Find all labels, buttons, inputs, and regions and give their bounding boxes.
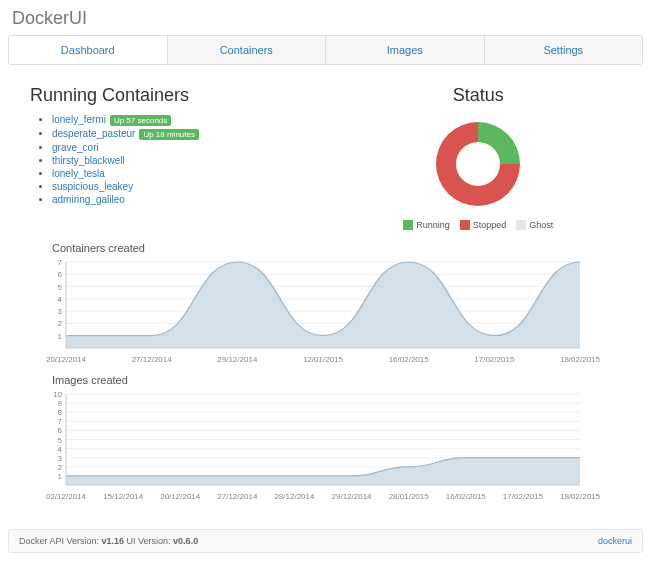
footer-link[interactable]: dockerui — [598, 536, 632, 546]
legend-label: Stopped — [473, 220, 507, 230]
svg-text:29/12/2014: 29/12/2014 — [332, 492, 373, 501]
svg-text:12/01/2015: 12/01/2015 — [303, 355, 344, 364]
svg-text:10: 10 — [53, 390, 62, 399]
images-created-section: Images created 1234567891002/12/201415/1… — [30, 374, 621, 505]
legend-label: Running — [416, 220, 450, 230]
status-badge: Up 57 seconds — [110, 115, 171, 126]
container-link[interactable]: thirsty_blackwell — [52, 155, 125, 166]
svg-text:7: 7 — [58, 417, 63, 426]
images-created-title: Images created — [52, 374, 621, 386]
tab-settings[interactable]: Settings — [485, 36, 643, 64]
running-containers-panel: Running Containers lonely_fermiUp 57 sec… — [30, 85, 316, 230]
tab-containers[interactable]: Containers — [168, 36, 327, 64]
status-legend: RunningStoppedGhost — [403, 220, 553, 230]
container-item: suspicious_leakey — [52, 181, 316, 192]
container-item: lonely_tesla — [52, 168, 316, 179]
svg-text:29/12/2014: 29/12/2014 — [217, 355, 258, 364]
tab-dashboard[interactable]: Dashboard — [9, 36, 168, 64]
status-badge: Up 18 minutes — [139, 129, 199, 140]
legend-item: Stopped — [460, 220, 507, 230]
svg-text:15/12/2014: 15/12/2014 — [103, 492, 144, 501]
svg-text:2: 2 — [58, 319, 63, 328]
svg-text:16/02/2015: 16/02/2015 — [389, 355, 430, 364]
svg-text:4: 4 — [58, 295, 63, 304]
status-heading: Status — [336, 85, 622, 106]
svg-text:3: 3 — [58, 307, 63, 316]
container-item: thirsty_blackwell — [52, 155, 316, 166]
svg-text:27/12/2014: 27/12/2014 — [132, 355, 173, 364]
svg-text:28/01/2015: 28/01/2015 — [389, 492, 430, 501]
status-panel: Status RunningStoppedGhost — [336, 85, 622, 230]
dashboard-content: Running Containers lonely_fermiUp 57 sec… — [0, 65, 651, 515]
main-tabs: DashboardContainersImagesSettings — [8, 35, 643, 65]
legend-label: Ghost — [529, 220, 553, 230]
container-link[interactable]: desperate_pasteur — [52, 128, 135, 139]
container-link[interactable]: lonely_fermi — [52, 114, 106, 125]
svg-text:18/02/2015: 18/02/2015 — [560, 492, 601, 501]
container-link[interactable]: grave_cori — [52, 142, 99, 153]
running-containers-heading: Running Containers — [30, 85, 316, 106]
containers-created-chart: 123456720/12/201427/12/201429/12/201412/… — [30, 256, 621, 366]
svg-text:4: 4 — [58, 445, 63, 454]
svg-text:7: 7 — [58, 258, 63, 267]
container-item: grave_cori — [52, 142, 316, 153]
svg-text:20/12/2014: 20/12/2014 — [46, 355, 87, 364]
container-item: lonely_fermiUp 57 seconds — [52, 114, 316, 126]
legend-swatch — [403, 220, 413, 230]
svg-text:17/02/2015: 17/02/2015 — [503, 492, 544, 501]
svg-text:17/02/2015: 17/02/2015 — [474, 355, 515, 364]
svg-text:5: 5 — [58, 283, 63, 292]
containers-created-section: Containers created 123456720/12/201427/1… — [30, 242, 621, 368]
version-info: Docker API Version: v1.16 UI Version: v0… — [19, 536, 198, 546]
container-link[interactable]: suspicious_leakey — [52, 181, 133, 192]
footer: Docker API Version: v1.16 UI Version: v0… — [8, 529, 643, 553]
svg-text:1: 1 — [58, 332, 63, 341]
svg-text:5: 5 — [58, 436, 63, 445]
svg-text:9: 9 — [58, 399, 63, 408]
container-item: desperate_pasteurUp 18 minutes — [52, 128, 316, 140]
container-link[interactable]: admiring_galileo — [52, 194, 125, 205]
legend-item: Running — [403, 220, 450, 230]
images-created-chart: 1234567891002/12/201415/12/201420/12/201… — [30, 388, 621, 503]
legend-swatch — [460, 220, 470, 230]
svg-text:20/12/2014: 20/12/2014 — [160, 492, 201, 501]
svg-text:02/12/2014: 02/12/2014 — [46, 492, 87, 501]
tab-images[interactable]: Images — [326, 36, 485, 64]
status-donut-chart — [418, 114, 538, 214]
svg-text:3: 3 — [58, 454, 63, 463]
svg-text:18/02/2015: 18/02/2015 — [560, 355, 601, 364]
container-link[interactable]: lonely_tesla — [52, 168, 105, 179]
legend-swatch — [516, 220, 526, 230]
svg-text:1: 1 — [58, 472, 63, 481]
svg-text:8: 8 — [58, 408, 63, 417]
svg-text:6: 6 — [58, 270, 63, 279]
svg-text:16/02/2015: 16/02/2015 — [446, 492, 487, 501]
svg-text:28/12/2014: 28/12/2014 — [274, 492, 315, 501]
containers-created-title: Containers created — [52, 242, 621, 254]
running-containers-list: lonely_fermiUp 57 secondsdesperate_paste… — [30, 114, 316, 205]
svg-text:2: 2 — [58, 463, 63, 472]
svg-text:27/12/2014: 27/12/2014 — [217, 492, 258, 501]
legend-item: Ghost — [516, 220, 553, 230]
container-item: admiring_galileo — [52, 194, 316, 205]
app-title: DockerUI — [0, 0, 651, 35]
svg-text:6: 6 — [58, 426, 63, 435]
